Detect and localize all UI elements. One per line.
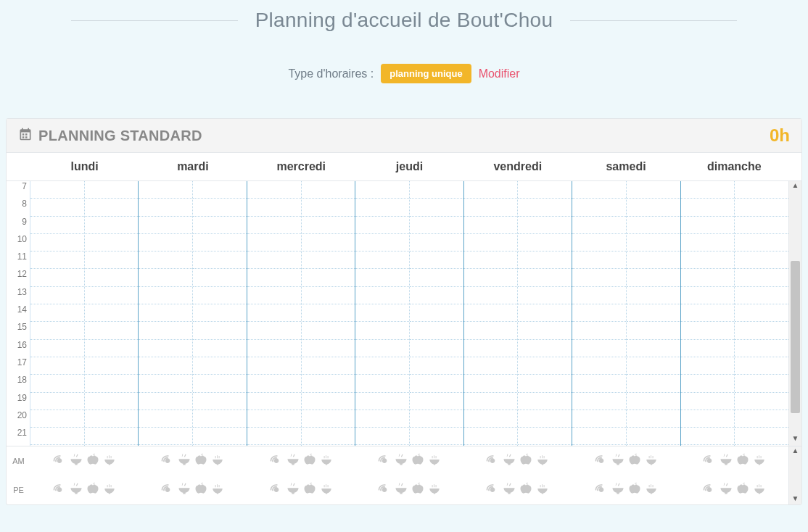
soup-icon[interactable] <box>427 481 442 499</box>
soup-icon[interactable] <box>210 481 225 499</box>
apple-icon[interactable] <box>302 452 317 470</box>
bowl-icon[interactable] <box>394 481 408 499</box>
bowl-icon[interactable] <box>286 481 300 499</box>
soup-icon[interactable] <box>427 452 442 470</box>
bowl-icon[interactable] <box>719 481 733 499</box>
title-divider-left <box>71 20 238 21</box>
calendar-column[interactable] <box>518 181 572 446</box>
hour-label: 7 <box>7 181 30 199</box>
apple-icon[interactable] <box>86 452 100 470</box>
apple-icon[interactable] <box>194 452 208 470</box>
calendar-column[interactable] <box>247 181 302 446</box>
bowl-icon[interactable] <box>177 481 191 499</box>
scroll-up-icon[interactable]: ▲ <box>789 181 801 193</box>
soup-icon[interactable] <box>102 481 117 499</box>
calendar-column[interactable] <box>572 181 627 446</box>
meal-scroll-up-icon[interactable]: ▲ <box>789 446 801 457</box>
meal-cell[interactable] <box>139 446 247 475</box>
bowl-icon[interactable] <box>177 452 191 470</box>
total-hours: 0h <box>770 125 790 146</box>
calendar-column[interactable] <box>85 181 139 446</box>
croissant-icon[interactable] <box>485 481 500 499</box>
bowl-icon[interactable] <box>286 452 300 470</box>
croissant-icon[interactable] <box>160 452 175 470</box>
croissant-icon[interactable] <box>377 481 392 499</box>
bowl-icon[interactable] <box>502 452 516 470</box>
soup-icon[interactable] <box>319 481 334 499</box>
soup-icon[interactable] <box>535 481 550 499</box>
bowl-icon[interactable] <box>719 452 733 470</box>
scrollbar-thumb[interactable] <box>791 261 800 413</box>
croissant-icon[interactable] <box>160 481 175 499</box>
bowl-icon[interactable] <box>611 481 625 499</box>
hour-label: 19 <box>7 393 30 410</box>
meal-cell[interactable] <box>463 446 572 475</box>
calendar-column[interactable] <box>355 181 410 446</box>
bowl-icon[interactable] <box>69 452 83 470</box>
meal-cell[interactable] <box>247 446 355 475</box>
meal-cell[interactable] <box>680 475 788 504</box>
soup-icon[interactable] <box>210 452 225 470</box>
title-divider-right <box>570 20 737 21</box>
croissant-icon[interactable] <box>52 452 67 470</box>
soup-icon[interactable] <box>644 481 659 499</box>
croissant-icon[interactable] <box>269 452 284 470</box>
soup-icon[interactable] <box>535 452 550 470</box>
calendar-column[interactable] <box>139 181 193 446</box>
croissant-icon[interactable] <box>377 452 392 470</box>
calendar-column[interactable] <box>302 181 356 446</box>
apple-icon[interactable] <box>86 481 100 499</box>
croissant-icon[interactable] <box>702 452 717 470</box>
apple-icon[interactable] <box>411 452 425 470</box>
soup-icon[interactable] <box>102 452 117 470</box>
croissant-icon[interactable] <box>52 481 67 499</box>
apple-icon[interactable] <box>735 452 750 470</box>
meal-scrollbar[interactable]: ▲ ▼ <box>788 446 801 504</box>
apple-icon[interactable] <box>194 481 208 499</box>
calendar-column[interactable] <box>627 181 681 446</box>
soup-icon[interactable] <box>319 452 334 470</box>
calendar-scrollbar[interactable]: ▲ ▼ <box>788 181 801 446</box>
soup-icon[interactable] <box>752 481 767 499</box>
hour-label: 12 <box>7 269 30 286</box>
apple-icon[interactable] <box>627 452 642 470</box>
apple-icon[interactable] <box>302 481 317 499</box>
apple-icon[interactable] <box>519 481 533 499</box>
bowl-icon[interactable] <box>611 452 625 470</box>
soup-icon[interactable] <box>644 452 659 470</box>
modify-link[interactable]: Modifier <box>479 67 520 80</box>
apple-icon[interactable] <box>519 452 533 470</box>
meal-cell[interactable] <box>30 475 139 504</box>
meal-scroll-down-icon[interactable]: ▼ <box>789 494 801 504</box>
calendar-column[interactable] <box>410 181 464 446</box>
apple-icon[interactable] <box>411 481 425 499</box>
apple-icon[interactable] <box>735 481 750 499</box>
meal-cell[interactable] <box>139 475 247 504</box>
meal-cell[interactable] <box>355 475 463 504</box>
croissant-icon[interactable] <box>594 452 609 470</box>
calendar-column[interactable] <box>30 181 85 446</box>
bowl-icon[interactable] <box>502 481 516 499</box>
meal-cell[interactable] <box>30 446 139 475</box>
scroll-down-icon[interactable]: ▼ <box>789 434 801 446</box>
calendar-column[interactable] <box>193 181 247 446</box>
meal-cell[interactable] <box>463 475 572 504</box>
meal-cell[interactable] <box>572 446 680 475</box>
calendar-column[interactable] <box>735 181 788 446</box>
meal-cell[interactable] <box>572 475 680 504</box>
day-header: mercredi <box>247 160 355 173</box>
calendar-column[interactable] <box>464 181 519 446</box>
croissant-icon[interactable] <box>485 452 500 470</box>
calendar-column[interactable] <box>681 181 735 446</box>
meal-cell[interactable] <box>680 446 788 475</box>
meal-cell[interactable] <box>247 475 355 504</box>
schedule-type-label: Type d'horaires : <box>288 67 374 80</box>
soup-icon[interactable] <box>752 452 767 470</box>
apple-icon[interactable] <box>627 481 642 499</box>
croissant-icon[interactable] <box>594 481 609 499</box>
meal-cell[interactable] <box>355 446 463 475</box>
bowl-icon[interactable] <box>69 481 83 499</box>
croissant-icon[interactable] <box>269 481 284 499</box>
croissant-icon[interactable] <box>702 481 717 499</box>
bowl-icon[interactable] <box>394 452 408 470</box>
